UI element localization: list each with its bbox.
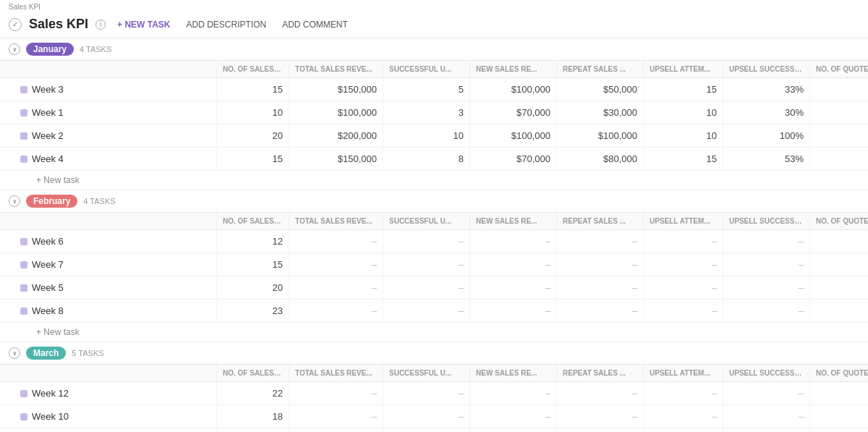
group-label-march[interactable]: March [26, 347, 66, 360]
dash-value: – [712, 282, 717, 293]
cell-repeat_sales: – [557, 253, 644, 276]
cell-upsell_attem: – [644, 230, 723, 253]
cell-repeat_sales: – [557, 276, 644, 299]
new-task-button[interactable]: + NEW TASK [113, 17, 174, 32]
cell-upsell_attem: – [644, 405, 723, 428]
cell-upsell_success_rate: 100% [723, 124, 810, 147]
cell-no_quotes: 25 [810, 124, 868, 147]
cell-successful_u: – [383, 230, 470, 253]
task-name[interactable]: Week 4 [32, 153, 64, 164]
new-task-row-february[interactable]: + New task [0, 323, 868, 342]
group-label-january[interactable]: January [26, 43, 74, 56]
cell-new_sales_re: – [470, 382, 557, 405]
task-name[interactable]: Week 1 [32, 107, 64, 118]
top-bar: Sales KPI ✓ Sales KPI i + NEW TASK ADD D… [0, 0, 868, 38]
task-color-dot [20, 308, 27, 315]
cell-repeat_sales: – [557, 405, 644, 428]
cell-new_sales_re: $100,000 [470, 124, 557, 147]
task-name[interactable]: Week 10 [32, 411, 69, 422]
dash-value: – [632, 236, 637, 247]
cell-upsell_attem: – [644, 428, 723, 432]
col-header-sales_count: NO. OF SALES (... [217, 365, 289, 381]
task-name[interactable]: Week 7 [32, 259, 64, 270]
dash-value: – [372, 388, 377, 399]
dash-value: – [545, 236, 550, 247]
dash-value: – [545, 259, 550, 270]
dash-value: – [712, 259, 717, 270]
col-header-name [0, 61, 217, 77]
cell-new_sales_re: $100,000 [470, 78, 557, 101]
table-row: Week 4 15$150,0008$70,000$80,0001553%30$… [0, 148, 868, 171]
cell-successful_u: 5 [383, 78, 470, 101]
task-name[interactable]: Week 5 [32, 282, 64, 293]
cell-sales_count: 12 [217, 230, 289, 253]
collapse-icon[interactable]: ✓ [9, 18, 22, 31]
group-collapse-march[interactable]: ∨ [9, 347, 20, 359]
col-header-upsell_success_rate: UPSELL SUCCESS RATE [723, 365, 810, 381]
cell-upsell_attem: – [644, 300, 723, 322]
col-header-upsell_success_rate: UPSELL SUCCESS RATE [723, 213, 810, 229]
add-description-button[interactable]: ADD DESCRIPTION [182, 17, 271, 32]
cell-sales_count: 15 [217, 78, 289, 101]
cell-sales_count: 22 [217, 382, 289, 405]
dash-value: – [372, 305, 377, 316]
group-label-february[interactable]: February [26, 195, 77, 208]
table-row: Week 2 20$200,00010$100,000$100,00010100… [0, 124, 868, 148]
group-collapse-february[interactable]: ∨ [9, 195, 20, 207]
dash-value: – [799, 411, 804, 422]
cell-no_quotes: – [810, 428, 868, 432]
cell-successful_u: – [383, 276, 470, 299]
cell-successful_u: – [383, 428, 470, 432]
cell-successful_u: – [383, 382, 470, 405]
dash-value: – [799, 388, 804, 399]
cell-upsell_success_rate: 33% [723, 78, 810, 101]
cell-repeat_sales: $80,000 [557, 148, 644, 170]
cell-successful_u: – [383, 253, 470, 276]
group-header-february: ∨ February 4 TASKS [0, 190, 868, 213]
cell-sales_count: 15 [217, 148, 289, 170]
task-name[interactable]: Week 8 [32, 305, 64, 316]
page-title: Sales KPI [29, 17, 88, 32]
task-name[interactable]: Week 3 [32, 84, 64, 95]
cell-sales_count: 10 [217, 101, 289, 124]
col-header-upsell_attem: UPSELL ATTEM... [644, 213, 723, 229]
cell-no_quotes: – [810, 276, 868, 299]
col-header-no_quotes: NO. OF QUOTES... [810, 365, 868, 381]
task-color-dot [20, 156, 27, 163]
dash-value: – [799, 236, 804, 247]
group-collapse-january[interactable]: ∨ [9, 43, 20, 55]
add-comment-button[interactable]: ADD COMMENT [278, 17, 352, 32]
col-header-no_quotes: NO. OF QUOTES... [810, 61, 868, 77]
task-color-dot [20, 413, 27, 420]
task-name[interactable]: Week 6 [32, 236, 64, 247]
table-row: Week 6 12––––––––– [0, 230, 868, 253]
info-icon[interactable]: i [95, 20, 106, 30]
task-count-february: 4 TASKS [83, 197, 115, 206]
dash-value: – [372, 236, 377, 247]
cell-upsell_success_rate: – [723, 382, 810, 405]
col-header-repeat_sales: REPEAT SALES ... [557, 213, 644, 229]
task-color-dot [20, 132, 27, 140]
task-name-cell: Week 5 [0, 276, 217, 299]
col-header-no_quotes: NO. OF QUOTES... [810, 213, 868, 229]
task-color-dot [20, 261, 27, 268]
main-content: ∨ January 4 TASKS NO. OF SALES (...TOTAL… [0, 38, 868, 432]
task-name[interactable]: Week 12 [32, 388, 69, 399]
col-header-successful_u: SUCCESSFUL U... [383, 61, 470, 77]
cell-upsell_success_rate: – [723, 428, 810, 432]
dash-value: – [799, 282, 804, 293]
cell-total_sales_rev: $200,000 [289, 124, 383, 147]
dash-value: – [459, 259, 464, 270]
cell-total_sales_rev: – [289, 300, 383, 322]
new-task-row-january[interactable]: + New task [0, 171, 868, 190]
dash-value: – [372, 282, 377, 293]
group-header-january: ∨ January 4 TASKS [0, 38, 868, 61]
table-row: Week 8 23––––––––– [0, 300, 868, 323]
task-name[interactable]: Week 2 [32, 130, 64, 141]
cell-upsell_success_rate: – [723, 276, 810, 299]
cell-new_sales_re: – [470, 253, 557, 276]
col-header-upsell_success_rate: UPSELL SUCCESS RATE [723, 61, 810, 77]
cell-upsell_attem: 15 [644, 78, 723, 101]
dash-value: – [632, 259, 637, 270]
cell-upsell_success_rate: 30% [723, 101, 810, 124]
